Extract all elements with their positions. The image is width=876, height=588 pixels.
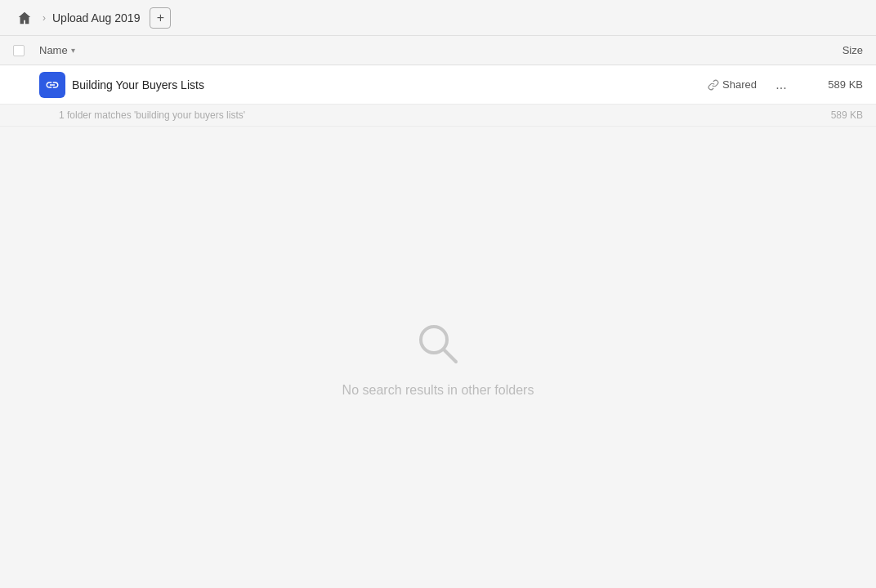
file-row[interactable]: Building Your Buyers Lists Shared ... 58…: [0, 65, 876, 105]
no-results-search-icon: [412, 318, 464, 370]
add-button[interactable]: +: [150, 7, 171, 29]
match-text: 1 folder matches 'building your buyers l…: [59, 109, 245, 121]
app-container: › Upload Aug 2019 + Name ▾ Size Building…: [0, 0, 876, 588]
home-button[interactable]: [13, 7, 36, 29]
shared-label: Shared: [722, 78, 757, 91]
match-count-row: 1 folder matches 'building your buyers l…: [0, 105, 876, 127]
size-column-header: Size: [798, 44, 863, 56]
more-options-button[interactable]: ...: [770, 74, 793, 96]
empty-state-message: No search results in other folders: [342, 383, 534, 398]
file-type-icon: [39, 72, 65, 98]
svg-line-1: [444, 350, 456, 362]
file-size: 589 KB: [806, 78, 863, 91]
column-headers: Name ▾ Size: [0, 36, 876, 65]
shared-indicator: Shared: [708, 78, 757, 91]
header-bar: › Upload Aug 2019 +: [0, 0, 876, 36]
breadcrumb-chevron: ›: [42, 12, 46, 24]
empty-state: No search results in other folders: [0, 127, 876, 588]
header-checkbox-col: [13, 45, 39, 56]
name-sort-icon: ▾: [71, 46, 75, 55]
file-name: Building Your Buyers Lists: [72, 78, 708, 91]
select-all-checkbox[interactable]: [13, 45, 25, 56]
match-size: 589 KB: [831, 109, 863, 121]
name-column-header[interactable]: Name ▾: [39, 44, 798, 56]
breadcrumb-title: Upload Aug 2019: [52, 11, 140, 24]
